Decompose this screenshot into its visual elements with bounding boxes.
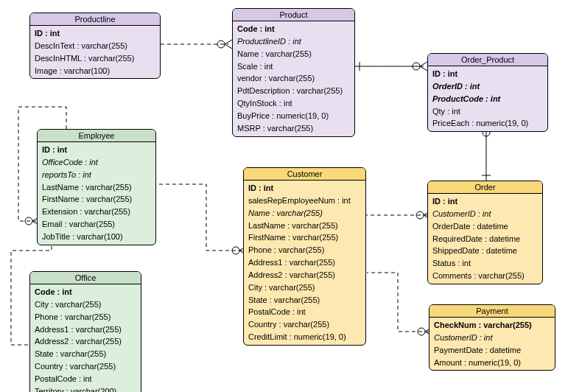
entity-attribute: Image : varchar(100): [35, 65, 155, 77]
entity-attribute: PaymentDate : datetime: [434, 344, 550, 357]
entity-title: Order: [428, 181, 542, 194]
entity-office[interactable]: Office Code : intCity : varchar(255)Phon…: [29, 271, 141, 392]
entity-attribute: Status : int: [432, 257, 538, 270]
entity-attribute: ID : int: [42, 144, 151, 156]
entity-attribute: QtyInStock : int: [237, 97, 350, 110]
entity-attribute: State : varchar(255): [248, 294, 361, 307]
entity-attribute: City : varchar(255): [248, 281, 361, 294]
entity-attribute: Extension : varchar(255): [42, 206, 151, 218]
entity-title: Payment: [429, 305, 555, 318]
entity-payment[interactable]: Payment CheckNum : varchar(255)CustomerI…: [429, 304, 555, 371]
entity-attribute: City : varchar(255): [35, 298, 136, 311]
entity-attribute: CustomerID : int: [432, 208, 538, 220]
entity-title: Productline: [30, 13, 160, 26]
svg-point-5: [232, 247, 239, 254]
entity-attribute: vendor : varchar(255): [237, 72, 350, 85]
entity-attrs-productline: ID : intDescInText : varchar(255)DescInH…: [30, 26, 160, 78]
entity-title: Product: [233, 9, 354, 21]
entity-attribute: CheckNum : varchar(255): [434, 319, 550, 332]
entity-attribute: Address1 : varchar(255): [248, 256, 361, 269]
entity-order[interactable]: Order ID : intCustomerID : intOrderDate …: [427, 181, 543, 284]
svg-point-3: [416, 211, 424, 219]
entity-attribute: Scale : int: [237, 60, 350, 73]
entity-attribute: FirstName : varchar(255): [42, 193, 151, 206]
entity-attribute: CustomerID : int: [434, 332, 550, 344]
entity-title: Order_Product: [428, 54, 547, 66]
entity-attribute: Code : int: [237, 23, 350, 35]
entity-attribute: Address1 : varchar(255): [35, 323, 136, 336]
entity-attribute: PostalCode : int: [248, 306, 361, 318]
entity-attribute: ProductCode : int: [432, 93, 543, 105]
entity-attrs-product: Code : intProductlineID : intName : varc…: [233, 21, 354, 136]
entity-attribute: BuyPrice : numeric(19, 0): [237, 110, 350, 122]
entity-attribute: JobTitle : varchar(100): [42, 231, 151, 243]
entity-attrs-order: ID : intCustomerID : intOrderDate : date…: [428, 194, 542, 284]
svg-point-6: [25, 217, 32, 225]
entity-attribute: Address2 : varchar(255): [35, 335, 136, 348]
svg-point-4: [418, 328, 425, 335]
entity-attribute: ID : int: [248, 182, 361, 195]
entity-attrs-payment: CheckNum : varchar(255)CustomerID : intP…: [429, 318, 555, 370]
entity-attribute: ShippedDate : datetime: [432, 245, 538, 257]
entity-attribute: Country : varchar(255): [248, 318, 361, 331]
entity-attribute: Country : varchar(255): [35, 360, 136, 373]
entity-attribute: RequiredDate : datetime: [432, 233, 538, 245]
entity-attribute: DescInHTML : varchar(255): [35, 52, 155, 65]
entity-attribute: Comments : varchar(255): [432, 270, 538, 282]
entity-attribute: MSRP : varchar(255): [237, 122, 350, 135]
entity-attrs-office: Code : intCity : varchar(255)Phone : var…: [30, 284, 141, 392]
entity-attribute: ProductlineID : int: [237, 35, 350, 48]
svg-point-1: [413, 63, 420, 70]
entity-attribute: Phone : varchar(255): [248, 244, 361, 256]
entity-product[interactable]: Product Code : intProductlineID : intNam…: [232, 8, 355, 137]
entity-attrs-customer: ID : intsalesRepEmployeeNum : intName : …: [244, 181, 365, 345]
entity-attribute: CreditLimit : numeric(19, 0): [248, 331, 361, 343]
entity-employee[interactable]: Employee ID : intOfficeCode : intreports…: [37, 129, 156, 245]
entity-attribute: ID : int: [432, 68, 543, 80]
entity-attribute: DescInText : varchar(255): [35, 40, 155, 52]
entity-title: Office: [30, 272, 141, 284]
entity-attribute: Amount : numeric(19, 0): [434, 357, 550, 369]
entity-attribute: FirstName : varchar(255): [248, 231, 361, 244]
entity-attribute: LastName : varchar(255): [248, 220, 361, 232]
svg-point-0: [217, 41, 225, 48]
entity-attribute: State : varchar(255): [35, 348, 136, 360]
entity-attribute: LastName : varchar(255): [42, 181, 151, 194]
entity-title: Employee: [38, 130, 155, 142]
entity-attribute: salesRepEmployeeNum : int: [248, 195, 361, 207]
entity-attribute: PostalCode : int: [35, 373, 136, 385]
entity-title: Customer: [244, 168, 365, 181]
entity-attribute: OrderDate : datetime: [432, 220, 538, 233]
entity-attribute: OrderID : int: [432, 80, 543, 93]
entity-attribute: ID : int: [432, 195, 538, 208]
entity-attribute: Email : varchar(255): [42, 218, 151, 231]
entity-attribute: Name : varchar(255): [237, 48, 350, 60]
entity-attribute: Territory : varchar(200): [35, 385, 136, 392]
entity-attrs-order_product: ID : intOrderID : intProductCode : intQt…: [428, 66, 547, 131]
entity-attribute: Code : int: [35, 286, 136, 298]
entity-attribute: reportsTo : int: [42, 169, 151, 181]
entity-attrs-employee: ID : intOfficeCode : intreportsTo : intL…: [38, 142, 155, 245]
entity-attribute: Phone : varchar(255): [35, 311, 136, 323]
entity-customer[interactable]: Customer ID : intsalesRepEmployeeNum : i…: [243, 167, 366, 346]
entity-attribute: Name : varchar(255): [248, 207, 361, 220]
entity-attribute: ID : int: [35, 27, 155, 40]
entity-order-product[interactable]: Order_Product ID : intOrderID : intProdu…: [427, 53, 548, 132]
entity-attribute: Address2 : varchar(255): [248, 269, 361, 281]
entity-attribute: PdtDescription : varchar(255): [237, 85, 350, 97]
entity-productline[interactable]: Productline ID : intDescInText : varchar…: [29, 13, 161, 79]
entity-attribute: OfficeCode : int: [42, 156, 151, 169]
entity-attribute: Qty : int: [432, 105, 543, 118]
entity-attribute: PriceEach : numeric(19, 0): [432, 117, 543, 130]
